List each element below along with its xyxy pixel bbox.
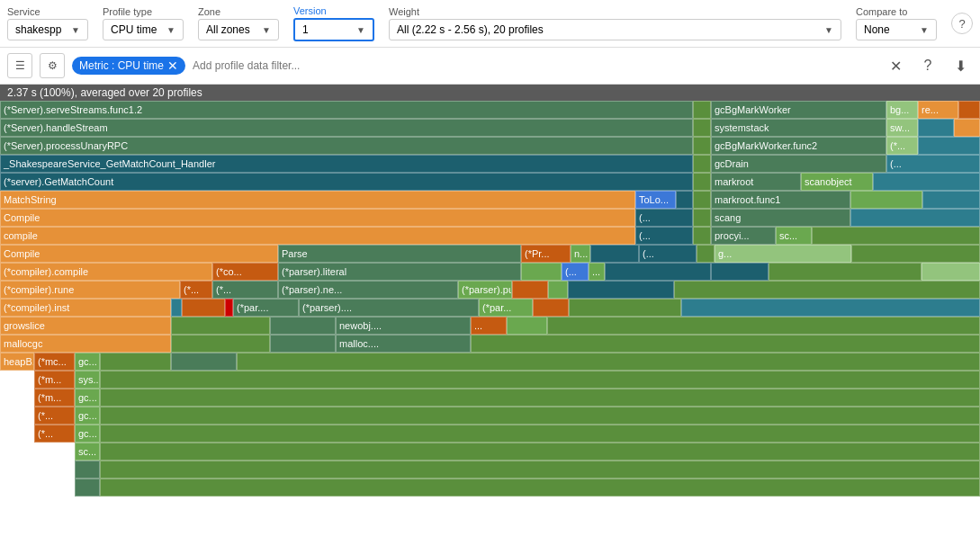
flame-cell[interactable]: gc...: [75, 407, 100, 425]
flame-cell[interactable]: (...: [639, 245, 697, 263]
flame-cell[interactable]: mallocgc: [0, 335, 171, 353]
flame-cell[interactable]: [182, 299, 225, 317]
flame-cell[interactable]: MatchString: [0, 191, 635, 209]
flame-cell[interactable]: [507, 317, 547, 335]
flame-cell[interactable]: (*co...: [212, 263, 278, 281]
flame-cell[interactable]: [590, 245, 639, 263]
flame-cell[interactable]: [676, 191, 693, 209]
flame-cell[interactable]: ToLo...: [635, 191, 676, 209]
flame-cell[interactable]: (*server).GetMatchCount: [0, 173, 693, 191]
download-button[interactable]: ⬇: [948, 53, 973, 78]
weight-select[interactable]: All (2.22 s - 2.56 s), 20 profiles ▼: [389, 19, 841, 40]
flame-cell[interactable]: [711, 263, 769, 281]
flame-cell[interactable]: gc...: [75, 389, 100, 407]
flame-cell[interactable]: (...: [635, 227, 693, 245]
zone-select[interactable]: All zones ▼: [198, 19, 279, 40]
filter-help-button[interactable]: ?: [915, 53, 940, 78]
flame-cell[interactable]: [75, 479, 100, 497]
flame-cell[interactable]: (*par....: [233, 299, 299, 317]
flame-cell[interactable]: [171, 299, 182, 317]
flame-cell[interactable]: [918, 137, 980, 155]
flame-cell[interactable]: [693, 173, 711, 191]
flame-cell[interactable]: [922, 191, 980, 209]
flame-cell[interactable]: [769, 263, 922, 281]
flame-cell[interactable]: [270, 335, 336, 353]
flame-cell[interactable]: (*parser)....: [299, 299, 479, 317]
flame-cell[interactable]: (*...: [34, 407, 75, 425]
flame-cell[interactable]: [958, 101, 980, 119]
flame-cell[interactable]: [812, 227, 980, 245]
flame-cell[interactable]: [681, 299, 980, 317]
flame-cell[interactable]: [873, 173, 980, 191]
flame-cell[interactable]: (*par...: [479, 299, 533, 317]
flame-cell[interactable]: heapB...: [0, 353, 34, 371]
flame-cell[interactable]: [100, 479, 980, 497]
flame-cell[interactable]: [100, 371, 980, 389]
profile-type-select[interactable]: CPU time ▼: [103, 19, 184, 40]
flame-cell[interactable]: ...: [589, 263, 605, 281]
compare-to-select[interactable]: None ▼: [856, 19, 937, 40]
flame-cell[interactable]: compile: [0, 227, 635, 245]
flame-cell[interactable]: (*...: [212, 281, 278, 299]
flame-cell[interactable]: (*mc...: [34, 353, 75, 371]
flame-cell[interactable]: [512, 281, 548, 299]
flame-cell[interactable]: gcDrain: [711, 155, 886, 173]
flame-cell[interactable]: Parse: [278, 245, 521, 263]
list-view-button[interactable]: ☰: [7, 53, 32, 78]
flame-cell[interactable]: (*Server).serveStreams.func1.2: [0, 101, 693, 119]
flame-cell[interactable]: sc...: [776, 227, 812, 245]
flame-cell[interactable]: [850, 209, 980, 227]
flame-cell[interactable]: [171, 353, 237, 371]
flame-cell[interactable]: markroot.func1: [711, 191, 850, 209]
flame-cell[interactable]: [693, 101, 711, 119]
flame-cell[interactable]: [547, 317, 980, 335]
flame-cell[interactable]: (*m...: [34, 371, 75, 389]
flame-cell[interactable]: (*parser).pu...: [458, 281, 512, 299]
flame-cell[interactable]: (*Pr...: [521, 245, 571, 263]
flame-cell[interactable]: [674, 281, 980, 299]
flame-cell[interactable]: [693, 191, 711, 209]
flame-cell[interactable]: scanobject: [801, 173, 873, 191]
flame-cell[interactable]: [225, 299, 233, 317]
flame-cell[interactable]: [471, 335, 980, 353]
flame-cell[interactable]: [75, 461, 100, 479]
flame-cell[interactable]: re...: [918, 101, 958, 119]
flame-cell[interactable]: [171, 335, 270, 353]
flame-cell[interactable]: sw...: [886, 119, 918, 137]
flame-cell[interactable]: [100, 425, 980, 443]
flame-cell[interactable]: (*...: [886, 137, 918, 155]
flame-cell[interactable]: malloc....: [336, 335, 471, 353]
flame-cell[interactable]: Compile: [0, 209, 635, 227]
flame-cell[interactable]: [693, 119, 711, 137]
flame-cell[interactable]: _ShakespeareService_GetMatchCount_Handle…: [0, 155, 693, 173]
flame-cell[interactable]: procyi...: [711, 227, 776, 245]
flame-cell[interactable]: [100, 461, 980, 479]
flame-cell[interactable]: (*compiler).inst: [0, 299, 171, 317]
flame-cell[interactable]: [693, 155, 711, 173]
flame-cell[interactable]: [697, 245, 715, 263]
flame-cell[interactable]: (*...: [180, 281, 212, 299]
flame-cell[interactable]: [693, 209, 711, 227]
clear-filter-button[interactable]: ✕: [883, 53, 908, 78]
flame-cell[interactable]: [568, 281, 674, 299]
flame-cell[interactable]: [100, 443, 980, 461]
header-help-button[interactable]: ?: [951, 13, 973, 34]
flame-cell[interactable]: [922, 263, 980, 281]
metric-chip[interactable]: Metric : CPU time ✕: [72, 57, 185, 75]
flame-cell[interactable]: [548, 281, 568, 299]
flame-cell[interactable]: systemstack: [711, 119, 886, 137]
flame-cell[interactable]: growslice: [0, 317, 171, 335]
flame-cell[interactable]: (*...: [34, 425, 75, 443]
flame-cell[interactable]: (*parser).ne...: [278, 281, 458, 299]
flame-cell[interactable]: (*parser).literal: [278, 263, 521, 281]
flame-cell[interactable]: (*m...: [34, 389, 75, 407]
flame-cell[interactable]: (*compiler).compile: [0, 263, 212, 281]
flame-cell[interactable]: [954, 119, 980, 137]
service-select[interactable]: shakespp ▼: [7, 19, 88, 40]
flame-cell[interactable]: sc...: [75, 443, 100, 461]
filter-settings-button[interactable]: ⚙: [40, 53, 65, 78]
flame-cell[interactable]: (...: [635, 209, 693, 227]
flame-cell[interactable]: [693, 137, 711, 155]
flame-cell[interactable]: Compile: [0, 245, 278, 263]
flame-cell[interactable]: (*Server).processUnaryRPC: [0, 137, 693, 155]
